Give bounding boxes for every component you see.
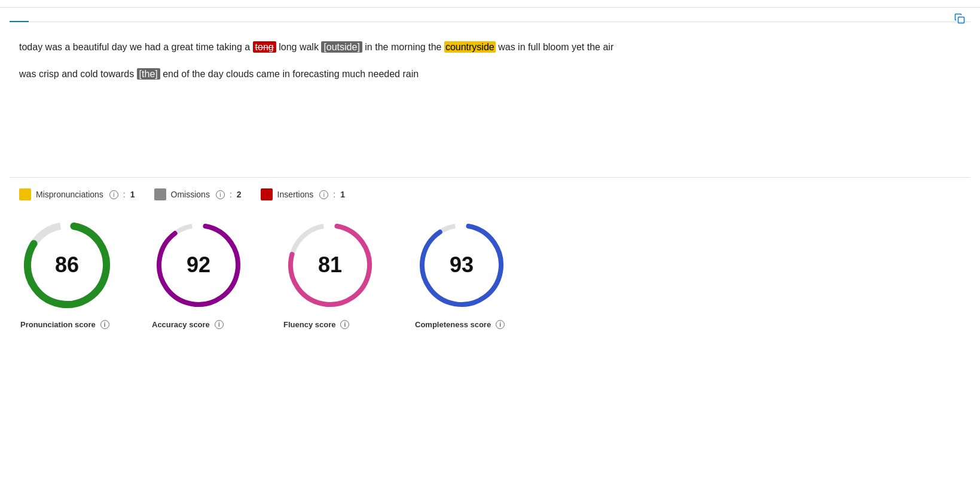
legend-item-0: Mispronunciations i : 1 (19, 188, 135, 200)
score-label-2: Fluency score i (282, 320, 349, 329)
word-omission: [outside] (321, 41, 362, 53)
word-normal: full (528, 42, 540, 52)
word-normal: a (245, 42, 250, 52)
score-item-2: 81 Fluency score i (282, 217, 414, 329)
legend-separator-2: : (333, 190, 335, 199)
legend-label-2: Insertions (277, 190, 314, 199)
score-info-icon-2[interactable]: i (340, 320, 349, 329)
word-normal: yet (572, 42, 584, 52)
legend-info-icon-2[interactable]: i (319, 190, 328, 199)
legend-item-2: Insertions i : 1 (261, 188, 345, 200)
word-normal: was (19, 69, 36, 79)
text-display-area: today was a beautiful day we had a great… (10, 22, 970, 178)
score-label-1: Accuracy score i (151, 320, 224, 329)
word-normal: was (498, 42, 515, 52)
word-normal: walk (300, 42, 319, 52)
tab-display[interactable] (10, 8, 29, 22)
score-info-icon-3[interactable]: i (496, 320, 505, 329)
word-normal: morning (391, 42, 426, 52)
legend-separator-0: : (123, 190, 126, 199)
legend-info-icon-1[interactable]: i (216, 190, 225, 199)
tabs-bar (10, 8, 970, 22)
word-normal: in (365, 42, 372, 52)
legend-color-2 (261, 188, 273, 200)
score-circle-2: 81 (282, 217, 378, 313)
text-line-1: today was a beautiful day we had a great… (19, 36, 961, 57)
word-normal: of (181, 69, 189, 79)
word-normal: crisp (39, 69, 59, 79)
score-info-icon-0[interactable]: i (100, 320, 109, 329)
scores-container: 86 Pronunciation score i 92 (10, 208, 970, 336)
word-normal: was (45, 42, 62, 52)
word-normal: great (171, 42, 193, 52)
word-normal: bloom (543, 42, 569, 52)
word-normal: beautiful (73, 42, 109, 52)
word-normal: towards (100, 69, 134, 79)
score-label-0: Pronunciation score i (19, 320, 109, 329)
word-normal: today (19, 42, 42, 52)
word-insertion: tong (253, 41, 276, 53)
word-normal: long (279, 42, 297, 52)
score-label-3: Completeness score i (414, 320, 505, 329)
word-normal: a (163, 42, 169, 52)
score-circle-3: 93 (414, 217, 509, 313)
word-normal: forecasting (292, 69, 339, 79)
word-normal: air (603, 42, 613, 52)
score-value-2: 81 (318, 252, 342, 278)
score-circle-0: 86 (19, 217, 115, 313)
word-normal: the (428, 42, 441, 52)
word-normal: cold (80, 69, 97, 79)
word-normal: clouds (226, 69, 254, 79)
word-omission: [the] (137, 68, 160, 80)
legend-count-2: 1 (340, 190, 345, 199)
score-circle-1: 92 (151, 217, 246, 313)
word-normal: the (192, 69, 205, 79)
svg-rect-0 (958, 17, 964, 23)
breadcrumb (0, 0, 980, 8)
word-mispronunciation: countryside (444, 41, 496, 53)
word-normal: time (196, 42, 213, 52)
copy-button[interactable] (954, 13, 966, 27)
word-normal: needed (368, 69, 400, 79)
word-normal: the (587, 42, 600, 52)
legend-item-1: Omissions i : 2 (154, 188, 242, 200)
text-line-2: was crisp and cold towards [the] end of … (19, 63, 961, 84)
word-normal: in (282, 69, 289, 79)
word-normal: day (112, 42, 127, 52)
legend-color-0 (19, 188, 31, 200)
word-normal: and (62, 69, 78, 79)
word-normal: came (257, 69, 280, 79)
score-item-3: 93 Completeness score i (414, 217, 545, 329)
score-value-1: 92 (187, 252, 210, 278)
legend-label-1: Omissions (171, 190, 210, 199)
legend-count-0: 1 (130, 190, 135, 199)
word-normal: the (375, 42, 388, 52)
legend-bar: Mispronunciations i : 1 Omissions i : 2 … (10, 178, 970, 208)
word-normal: we (130, 42, 142, 52)
word-normal: taking (216, 42, 242, 52)
word-normal: much (342, 69, 365, 79)
word-normal: a (65, 42, 71, 52)
legend-count-1: 2 (237, 190, 242, 199)
score-info-icon-1[interactable]: i (215, 320, 224, 329)
score-item-1: 92 Accuracy score i (151, 217, 282, 329)
tab-json[interactable] (29, 8, 48, 22)
word-normal: end (163, 69, 179, 79)
legend-separator-1: : (230, 190, 232, 199)
score-value-0: 86 (55, 252, 79, 278)
word-normal: rain (402, 69, 419, 79)
score-item-0: 86 Pronunciation score i (19, 217, 151, 329)
legend-info-icon-0[interactable]: i (109, 190, 118, 199)
legend-label-0: Mispronunciations (36, 190, 103, 199)
legend-color-1 (154, 188, 166, 200)
score-value-3: 93 (450, 252, 474, 278)
main-container: today was a beautiful day we had a great… (0, 8, 980, 336)
word-normal: day (208, 69, 224, 79)
word-normal: had (145, 42, 161, 52)
word-normal: in (518, 42, 525, 52)
